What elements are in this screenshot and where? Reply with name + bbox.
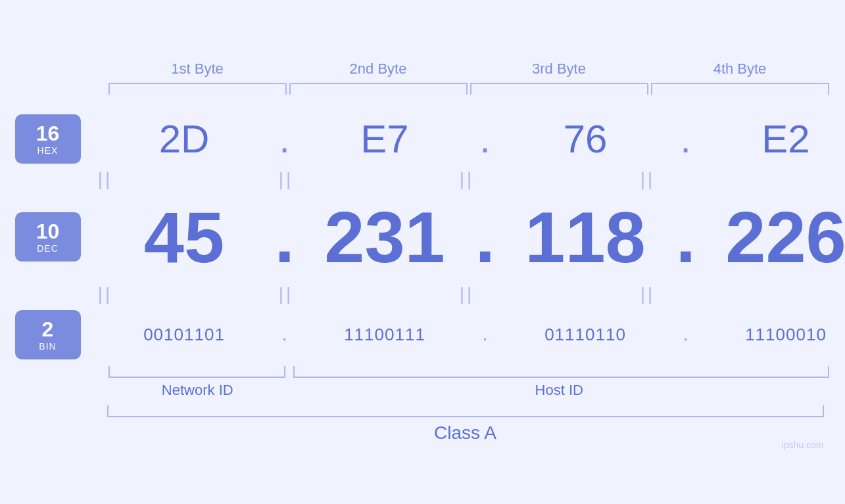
dec-dot-1: . xyxy=(275,195,295,279)
dec-value-2: 231 xyxy=(295,195,475,279)
host-id-label: Host ID xyxy=(288,382,831,399)
equals-2-4: || xyxy=(558,284,738,305)
bin-value-3: 01110110 xyxy=(495,325,676,345)
hex-values-row: 2D . E7 . 76 . E2 xyxy=(94,116,846,162)
byte3-header: 3rd Byte xyxy=(469,60,650,83)
byte1-header: 1st Byte xyxy=(107,60,288,83)
brackets-top xyxy=(107,83,831,95)
dec-dot-2: . xyxy=(475,195,495,279)
hex-value-2: E7 xyxy=(295,116,475,162)
main-container: 1st Byte 2nd Byte 3rd Byte 4th Byte 16 H… xyxy=(15,47,831,457)
dec-value-1: 45 xyxy=(94,195,275,279)
byte2-header: 2nd Byte xyxy=(288,60,469,83)
hex-value-1: 2D xyxy=(94,116,275,162)
byte4-header: 4th Byte xyxy=(650,60,831,83)
hex-base-num: 16 xyxy=(36,122,60,145)
equals-row-2: || || || || xyxy=(15,284,831,305)
hex-dot-2: . xyxy=(475,116,495,162)
bracket-top-2 xyxy=(289,83,468,95)
bottom-brackets-row xyxy=(107,366,831,378)
bin-dot-1: . xyxy=(275,325,295,345)
equals-2-1: || xyxy=(15,284,196,305)
dec-value-3: 118 xyxy=(495,195,676,279)
equals-2-3: || xyxy=(377,284,558,305)
dec-badge: 10 DEC xyxy=(15,212,81,262)
class-bracket xyxy=(107,405,824,417)
bin-value-2: 11100111 xyxy=(295,325,475,345)
equals-2-2: || xyxy=(196,284,377,305)
bin-badge: 2 BIN xyxy=(15,310,81,359)
dec-base-label: DEC xyxy=(37,243,59,254)
bracket-top-4 xyxy=(651,83,829,95)
bracket-spacer xyxy=(287,366,292,378)
byte-headers: 1st Byte 2nd Byte 3rd Byte 4th Byte xyxy=(107,60,831,83)
equals-1-3: || xyxy=(377,169,558,190)
equals-1-2: || xyxy=(196,169,377,190)
bracket-network xyxy=(109,366,286,378)
hex-badge: 16 HEX xyxy=(15,114,81,164)
hex-row: 16 HEX 2D . E7 . 76 . E2 xyxy=(15,114,831,164)
bin-row: 2 BIN 00101101 . 11100111 . 01110110 . 1… xyxy=(15,310,831,359)
bin-dot-3: . xyxy=(676,325,696,345)
bracket-top-3 xyxy=(470,83,648,95)
dec-dot-3: . xyxy=(676,195,696,279)
dec-base-num: 10 xyxy=(36,220,60,243)
bin-base-label: BIN xyxy=(39,341,56,352)
equals-1-1: || xyxy=(15,169,196,190)
watermark: ipshu.com xyxy=(782,440,824,450)
bin-base-num: 2 xyxy=(42,318,54,341)
hex-base-label: HEX xyxy=(37,145,59,156)
bin-values-row: 00101101 . 11100111 . 01110110 . 1110001… xyxy=(94,325,846,345)
dec-row: 10 DEC 45 . 231 . 118 . 226 xyxy=(15,195,831,279)
hex-dot-1: . xyxy=(275,116,295,162)
bin-value-1: 00101101 xyxy=(94,325,275,345)
hex-value-4: E2 xyxy=(696,116,846,162)
bin-dot-2: . xyxy=(475,325,495,345)
bracket-host xyxy=(293,366,829,378)
hex-value-3: 76 xyxy=(495,116,676,162)
class-section: Class A xyxy=(107,405,831,444)
dec-values-row: 45 . 231 . 118 . 226 xyxy=(94,195,846,279)
bin-value-4: 11100010 xyxy=(696,325,846,345)
class-label: Class A xyxy=(107,423,824,444)
equals-row-1: || || || || xyxy=(15,169,831,190)
equals-1-4: || xyxy=(558,169,738,190)
hex-dot-3: . xyxy=(676,116,696,162)
network-id-label: Network ID xyxy=(107,382,289,399)
dec-value-4: 226 xyxy=(696,195,846,279)
bracket-top-1 xyxy=(109,83,287,95)
id-labels-row: Network ID Host ID xyxy=(107,382,831,399)
